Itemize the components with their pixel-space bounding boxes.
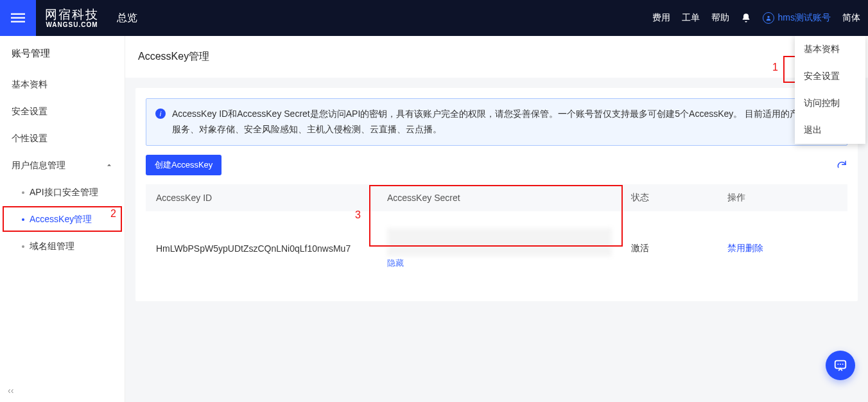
cell-op: 禁用删除 — [727, 243, 837, 254]
table-header: AccessKey ID AccessKey Secret 状态 操作 — [146, 184, 847, 211]
info-banner: i AccessKey ID和AccessKey Secret是您访问API的密… — [146, 98, 847, 146]
brand-name-en: WANGSU.COM — [46, 22, 98, 28]
dropdown-item-security[interactable]: 安全设置 — [795, 63, 865, 90]
annotation-label-3: 3 — [355, 209, 361, 221]
chat-bubble-button[interactable] — [826, 351, 855, 380]
main-shell: 账号管理 基本资料 安全设置 个性设置 用户信息管理 API接口安全管理 Acc… — [0, 36, 868, 402]
th-status: 状态 — [631, 192, 727, 204]
chat-icon — [833, 358, 847, 372]
username: hms测试账号 — [778, 12, 831, 24]
svg-rect-2 — [11, 21, 25, 22]
dot-icon — [22, 245, 24, 248]
nav-fee[interactable]: 费用 — [652, 12, 670, 24]
sidebar-group-label: 用户信息管理 — [12, 160, 65, 171]
th-id: AccessKey ID — [156, 193, 387, 203]
chevron-up-icon — [105, 161, 113, 171]
dropdown-item-logout[interactable]: 退出 — [795, 117, 865, 144]
nav-ticket[interactable]: 工单 — [682, 12, 700, 24]
svg-point-3 — [767, 16, 769, 18]
sidebar-sub-api-security[interactable]: API接口安全管理 — [0, 179, 125, 206]
refresh-button[interactable] — [836, 159, 847, 171]
cell-id: HmLWbPSpW5ypUDtZszCQnLNi0qLf10nwsMu7 — [156, 243, 387, 254]
main-area: AccessKey管理 i AccessKey ID和AccessKey Sec… — [125, 36, 868, 402]
delete-link[interactable]: 删除 — [745, 243, 763, 253]
nav-overview[interactable]: 总览 — [117, 12, 137, 25]
sidebar-item-basic[interactable]: 基本资料 — [0, 71, 125, 98]
accesskey-table: AccessKey ID AccessKey Secret 状态 操作 HmLW… — [146, 184, 847, 286]
content-card: i AccessKey ID和AccessKey Secret是您访问API的密… — [135, 88, 858, 301]
page-title: AccessKey管理 — [125, 36, 868, 78]
dropdown-item-basic[interactable]: 基本资料 — [795, 36, 865, 63]
svg-rect-0 — [11, 13, 25, 15]
cell-status: 激活 — [631, 243, 727, 254]
sidebar: 账号管理 基本资料 安全设置 个性设置 用户信息管理 API接口安全管理 Acc… — [0, 36, 125, 402]
svg-rect-1 — [11, 17, 25, 19]
brand-name-cn: 网宿科技 — [45, 8, 99, 21]
sidebar-title: 账号管理 — [0, 36, 125, 71]
sidebar-item-security[interactable]: 安全设置 — [0, 98, 125, 125]
table-row: HmLWbPSpW5ypUDtZszCQnLNi0qLf10nwsMu7 隐藏 … — [146, 211, 847, 286]
secret-blur-placeholder — [387, 228, 612, 256]
annotation-label-1: 1 — [772, 62, 778, 73]
brand-logo[interactable]: 网宿科技 WANGSU.COM — [45, 8, 99, 28]
nav-help[interactable]: 帮助 — [711, 12, 729, 24]
sidebar-item-personal[interactable]: 个性设置 — [0, 125, 125, 152]
cell-secret: 隐藏 — [387, 228, 631, 269]
user-dropdown: 基本资料 安全设置 访问控制 退出 — [795, 36, 865, 144]
annotation-label-2: 2 — [110, 208, 116, 220]
topbar-right: 费用 工单 帮助 hms测试账号 简体 — [652, 12, 860, 24]
info-banner-text: AccessKey ID和AccessKey Secret是您访问API的密钥，… — [172, 107, 838, 137]
sidebar-sub-accesskey[interactable]: AccessKey管理 — [0, 206, 125, 233]
dot-icon — [22, 191, 24, 194]
sidebar-group-userinfo[interactable]: 用户信息管理 — [0, 152, 125, 179]
user-menu-trigger[interactable]: hms测试账号 — [763, 12, 831, 24]
dropdown-item-access[interactable]: 访问控制 — [795, 90, 865, 117]
disable-link[interactable]: 禁用 — [727, 243, 745, 253]
hamburger-icon — [11, 11, 25, 25]
th-secret: AccessKey Secret — [387, 193, 631, 203]
bell-icon[interactable] — [741, 13, 751, 23]
secret-toggle-link[interactable]: 隐藏 — [387, 258, 404, 268]
menu-toggle-button[interactable] — [0, 0, 36, 36]
create-accesskey-button[interactable]: 创建AccessKey — [146, 155, 221, 175]
avatar-icon — [763, 12, 774, 24]
info-icon: i — [155, 109, 166, 119]
dot-icon — [22, 218, 24, 221]
topbar: 网宿科技 WANGSU.COM 总览 费用 工单 帮助 hms测试账号 简体 — [0, 0, 868, 36]
th-op: 操作 — [727, 192, 837, 204]
sidebar-collapse-button[interactable]: ‹‹ — [0, 379, 125, 402]
sidebar-sub-domaingroup[interactable]: 域名组管理 — [0, 233, 125, 260]
lang-switch[interactable]: 简体 — [842, 12, 860, 24]
